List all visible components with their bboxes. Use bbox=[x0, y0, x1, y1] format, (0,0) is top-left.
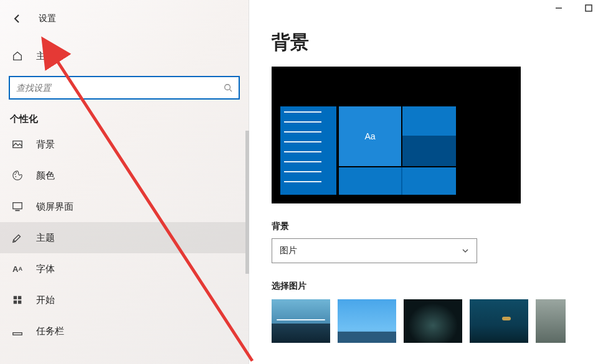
svg-rect-6 bbox=[13, 203, 22, 209]
sidebar-item-label: 颜色 bbox=[36, 170, 55, 182]
titlebar-controls bbox=[554, 4, 593, 12]
sidebar-item-label: 主题 bbox=[36, 232, 55, 244]
arrow-left-icon bbox=[12, 14, 22, 24]
content-area: 背景 Aa 背景 图片 选择图片 bbox=[249, 0, 598, 364]
sidebar: 设置 主页 个性化 背景 颜色 bbox=[0, 0, 249, 364]
svg-rect-10 bbox=[14, 301, 17, 304]
preview-tile-sample: Aa bbox=[339, 106, 401, 166]
home-label: 主页 bbox=[36, 50, 55, 62]
maximize-button[interactable] bbox=[584, 4, 593, 12]
sidebar-item-background[interactable]: 背景 bbox=[0, 129, 249, 160]
svg-rect-11 bbox=[18, 301, 21, 304]
taskbar-icon bbox=[11, 325, 24, 337]
preview-taskbar bbox=[339, 167, 456, 195]
svg-rect-12 bbox=[13, 333, 22, 335]
svg-rect-7 bbox=[15, 210, 19, 211]
svg-point-0 bbox=[225, 85, 230, 90]
sidebar-item-label: 任务栏 bbox=[36, 325, 64, 337]
search-container bbox=[9, 76, 240, 100]
sidebar-item-label: 背景 bbox=[36, 139, 55, 151]
picture-thumb[interactable] bbox=[470, 299, 528, 343]
sidebar-item-themes[interactable]: 主题 bbox=[0, 222, 249, 253]
choose-picture-label: 选择图片 bbox=[272, 281, 576, 292]
theme-icon bbox=[11, 231, 24, 244]
picture-thumb[interactable] bbox=[338, 299, 396, 343]
picture-thumb[interactable] bbox=[272, 299, 330, 343]
search-icon bbox=[224, 83, 232, 92]
sidebar-item-colors[interactable]: 颜色 bbox=[0, 160, 249, 191]
section-header: 个性化 bbox=[0, 100, 249, 129]
svg-rect-9 bbox=[18, 296, 21, 299]
image-icon bbox=[11, 138, 24, 151]
picture-thumb[interactable] bbox=[536, 299, 566, 343]
sidebar-item-lockscreen[interactable]: 锁屏界面 bbox=[0, 191, 249, 222]
chevron-down-icon bbox=[462, 247, 469, 254]
background-label: 背景 bbox=[272, 221, 576, 232]
preview-tile bbox=[402, 106, 456, 166]
home-icon bbox=[11, 50, 24, 62]
sidebar-item-taskbar[interactable]: 任务栏 bbox=[0, 315, 249, 347]
desktop-preview: Aa bbox=[272, 67, 521, 203]
maximize-icon bbox=[584, 4, 593, 12]
svg-point-4 bbox=[16, 172, 17, 174]
svg-line-1 bbox=[230, 90, 232, 92]
lockscreen-icon bbox=[11, 200, 24, 213]
picture-thumb[interactable] bbox=[404, 299, 462, 343]
svg-rect-14 bbox=[586, 5, 592, 11]
sidebar-item-label: 字体 bbox=[36, 263, 55, 275]
minimize-icon bbox=[554, 4, 563, 12]
dropdown-value: 图片 bbox=[280, 245, 297, 256]
svg-point-3 bbox=[15, 174, 16, 175]
preview-startmenu bbox=[280, 106, 336, 195]
font-icon: AA bbox=[11, 263, 24, 275]
sidebar-item-label: 锁屏界面 bbox=[36, 201, 74, 213]
search-field[interactable] bbox=[16, 83, 224, 93]
picture-thumbnails bbox=[272, 299, 576, 343]
svg-rect-8 bbox=[14, 296, 17, 299]
back-button[interactable] bbox=[11, 12, 24, 25]
titlebar-left: 设置 bbox=[0, 5, 249, 32]
svg-point-5 bbox=[15, 176, 16, 177]
sidebar-item-label: 开始 bbox=[36, 294, 55, 306]
window-title: 设置 bbox=[39, 13, 56, 24]
sidebar-item-start[interactable]: 开始 bbox=[0, 284, 249, 315]
search-input[interactable] bbox=[9, 76, 240, 100]
sidebar-item-fonts[interactable]: AA 字体 bbox=[0, 253, 249, 284]
start-icon bbox=[11, 294, 24, 306]
settings-window: 设置 主页 个性化 背景 颜色 bbox=[0, 0, 598, 364]
minimize-button[interactable] bbox=[554, 4, 563, 12]
page-title: 背景 bbox=[272, 0, 576, 67]
sidebar-item-home[interactable]: 主页 bbox=[0, 44, 249, 68]
background-type-dropdown[interactable]: 图片 bbox=[272, 238, 477, 263]
palette-icon bbox=[11, 169, 24, 182]
